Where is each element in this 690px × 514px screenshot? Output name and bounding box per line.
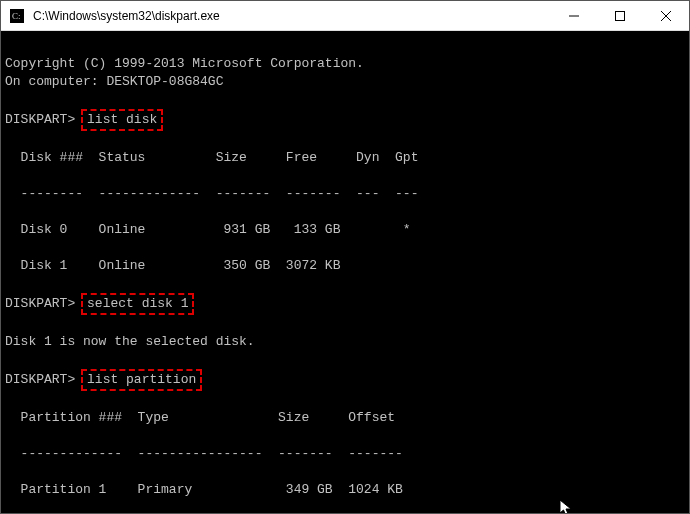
minimize-button[interactable] <box>551 1 597 31</box>
partition-table-header: Partition ### Type Size Offset <box>5 409 685 427</box>
cmd-select-disk: select disk 1 <box>81 293 194 315</box>
disk-row-1: Disk 1 Online 350 GB 3072 KB <box>5 257 685 275</box>
app-icon: C: <box>9 8 25 24</box>
prompt-line: DISKPART> select disk 1 <box>5 293 685 315</box>
disk-row-0: Disk 0 Online 931 GB 133 GB * <box>5 221 685 239</box>
disk-table-divider: -------- ------------- ------- ------- -… <box>5 185 685 203</box>
copyright-line: Copyright (C) 1999-2013 Microsoft Corpor… <box>5 55 685 73</box>
cmd-list-disk: list disk <box>81 109 163 131</box>
prompt: DISKPART> <box>5 296 75 311</box>
msg-disk-selected: Disk 1 is now the selected disk. <box>5 333 685 351</box>
diskpart-window: C: C:\Windows\system32\diskpart.exe Copy… <box>0 0 690 514</box>
partition-table-divider: ------------- ---------------- ------- -… <box>5 445 685 463</box>
close-button[interactable] <box>643 1 689 31</box>
prompt: DISKPART> <box>5 112 75 127</box>
svg-text:C:: C: <box>12 11 21 21</box>
prompt-line: DISKPART> list partition <box>5 369 685 391</box>
window-title: C:\Windows\system32\diskpart.exe <box>33 9 551 23</box>
computer-line: On computer: DESKTOP-08G84GC <box>5 73 685 91</box>
window-controls <box>551 1 689 30</box>
titlebar[interactable]: C: C:\Windows\system32\diskpart.exe <box>1 1 689 31</box>
mouse-cursor-icon <box>559 499 575 513</box>
maximize-button[interactable] <box>597 1 643 31</box>
cmd-list-partition: list partition <box>81 369 202 391</box>
prompt-line: DISKPART> list disk <box>5 109 685 131</box>
svg-rect-3 <box>616 12 625 21</box>
partition-row-0: Partition 1 Primary 349 GB 1024 KB <box>5 481 685 499</box>
prompt: DISKPART> <box>5 372 75 387</box>
terminal-output[interactable]: Copyright (C) 1999-2013 Microsoft Corpor… <box>1 31 689 513</box>
disk-table-header: Disk ### Status Size Free Dyn Gpt <box>5 149 685 167</box>
